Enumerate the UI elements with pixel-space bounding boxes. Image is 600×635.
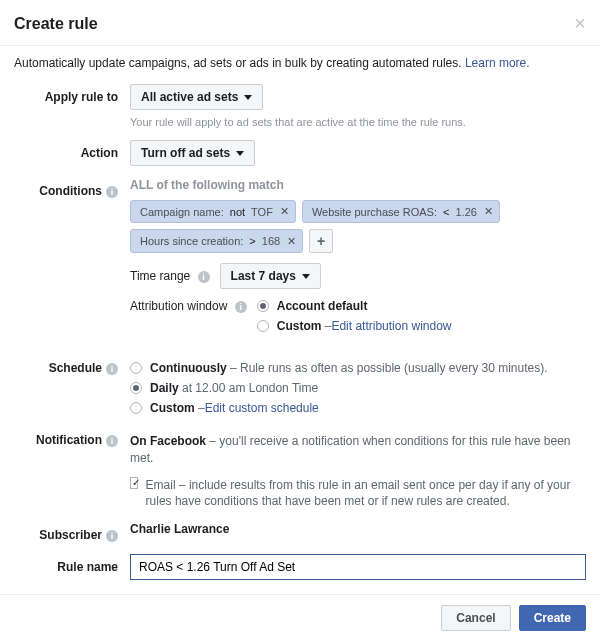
- attribution-option-default[interactable]: Account default: [257, 299, 452, 313]
- chip-op: <: [440, 206, 452, 218]
- radio-icon: [257, 300, 269, 312]
- time-range-value: Last 7 days: [231, 269, 296, 283]
- caret-down-icon: [244, 95, 252, 100]
- condition-chip-hours[interactable]: Hours since creation: > 168 ✕: [130, 229, 303, 253]
- schedule-option-continuously[interactable]: Continuously – Rule runs as often as pos…: [130, 361, 586, 375]
- radio-icon: [257, 320, 269, 332]
- schedule-daily-label: Daily: [150, 381, 179, 395]
- info-icon[interactable]: i: [235, 301, 247, 313]
- schedule-row: Schedulei Continuously – Rule runs as of…: [14, 361, 586, 421]
- schedule-cont-label: Continuously: [150, 361, 227, 375]
- notification-row: Notificationi On Facebook – you'll recei…: [14, 433, 586, 510]
- schedule-cont-desc: – Rule runs as often as possible (usuall…: [227, 361, 548, 375]
- learn-more-link[interactable]: Learn more.: [465, 56, 530, 70]
- add-condition-button[interactable]: +: [309, 229, 333, 253]
- dialog-header: Create rule ×: [0, 0, 600, 46]
- apply-rule-row: Apply rule to All active ad sets Your ru…: [14, 84, 586, 128]
- notification-onfb: On Facebook – you'll receive a notificat…: [130, 433, 586, 467]
- schedule-custom-label: Custom: [150, 401, 195, 415]
- action-value: Turn off ad sets: [141, 146, 230, 160]
- chip-val: TOF: [248, 206, 276, 218]
- action-label: Action: [14, 140, 130, 166]
- info-icon[interactable]: i: [106, 530, 118, 542]
- subscriber-row: Subscriberi Charlie Lawrance: [14, 522, 586, 542]
- attribution-option-custom[interactable]: Custom – Edit attribution window: [257, 319, 452, 333]
- chip-remove-icon[interactable]: ✕: [287, 235, 296, 248]
- cancel-button[interactable]: Cancel: [441, 605, 510, 631]
- chip-remove-icon[interactable]: ✕: [484, 205, 493, 218]
- rule-name-input[interactable]: [130, 554, 586, 580]
- schedule-daily-desc: at 12.00 am London Time: [179, 381, 318, 395]
- close-icon[interactable]: ×: [574, 12, 586, 35]
- dialog-footer: Cancel Create: [0, 594, 600, 635]
- info-icon[interactable]: i: [106, 435, 118, 447]
- attribution-row: Attribution window i Account default Cus…: [130, 299, 586, 339]
- condition-chips: Campaign name: not TOF ✕ Website purchas…: [130, 200, 586, 253]
- caret-down-icon: [302, 274, 310, 279]
- apply-rule-helper: Your rule will apply to ad sets that are…: [130, 116, 586, 128]
- info-icon[interactable]: i: [198, 271, 210, 283]
- apply-rule-dropdown[interactable]: All active ad sets: [130, 84, 263, 110]
- dialog-title: Create rule: [14, 15, 98, 33]
- notification-email-desc: – include results from this rule in an e…: [146, 478, 571, 509]
- attribution-label: Attribution window: [130, 299, 227, 313]
- radio-icon: [130, 362, 142, 374]
- conditions-label: Conditions: [39, 184, 102, 198]
- create-rule-dialog: Create rule × Automatically update campa…: [0, 0, 600, 635]
- create-button[interactable]: Create: [519, 605, 586, 631]
- radio-icon: [130, 402, 142, 414]
- action-row: Action Turn off ad sets: [14, 140, 586, 166]
- apply-rule-value: All active ad sets: [141, 90, 238, 104]
- time-range-row: Time range i Last 7 days: [130, 263, 586, 289]
- radio-icon: [130, 382, 142, 394]
- attribution-custom-label: Custom: [277, 319, 322, 333]
- condition-chip-roas[interactable]: Website purchase ROAS: < 1.26 ✕: [302, 200, 500, 223]
- schedule-label: Schedule: [49, 361, 102, 375]
- time-range-dropdown[interactable]: Last 7 days: [220, 263, 321, 289]
- edit-schedule-link[interactable]: Edit custom schedule: [205, 401, 319, 415]
- notification-label: Notification: [36, 433, 102, 447]
- chip-remove-icon[interactable]: ✕: [280, 205, 289, 218]
- chip-field: Website purchase ROAS:: [309, 206, 440, 218]
- chip-val: 168: [259, 235, 283, 247]
- chip-field: Hours since creation:: [137, 235, 246, 247]
- intro-description: Automatically update campaigns, ad sets …: [14, 56, 465, 70]
- condition-chip-campaign-name[interactable]: Campaign name: not TOF ✕: [130, 200, 296, 223]
- subscriber-name: Charlie Lawrance: [130, 522, 229, 536]
- notification-email-label: Email: [146, 478, 176, 492]
- schedule-option-custom[interactable]: Custom – Edit custom schedule: [130, 401, 586, 415]
- edit-attribution-link[interactable]: Edit attribution window: [331, 319, 451, 333]
- info-icon[interactable]: i: [106, 186, 118, 198]
- chip-op: not: [227, 206, 248, 218]
- apply-rule-label: Apply rule to: [14, 84, 130, 128]
- rule-name-label: Rule name: [14, 554, 130, 580]
- action-dropdown[interactable]: Turn off ad sets: [130, 140, 255, 166]
- attribution-default-label: Account default: [277, 299, 368, 313]
- notification-email-row[interactable]: Email – include results from this rule i…: [130, 477, 586, 511]
- notification-onfb-label: On Facebook: [130, 434, 206, 448]
- conditions-row: Conditionsi ALL of the following match C…: [14, 178, 586, 349]
- form: Apply rule to All active ad sets Your ru…: [0, 84, 600, 594]
- email-checkbox[interactable]: [130, 477, 138, 489]
- schedule-option-daily[interactable]: Daily at 12.00 am London Time: [130, 381, 586, 395]
- intro-text: Automatically update campaigns, ad sets …: [0, 46, 600, 84]
- chip-field: Campaign name:: [137, 206, 227, 218]
- conditions-header: ALL of the following match: [130, 178, 586, 192]
- info-icon[interactable]: i: [106, 363, 118, 375]
- caret-down-icon: [236, 151, 244, 156]
- chip-op: >: [246, 235, 258, 247]
- time-range-label: Time range: [130, 269, 190, 283]
- subscriber-label: Subscriber: [39, 528, 102, 542]
- rule-name-row: Rule name: [14, 554, 586, 580]
- chip-val: 1.26: [452, 206, 479, 218]
